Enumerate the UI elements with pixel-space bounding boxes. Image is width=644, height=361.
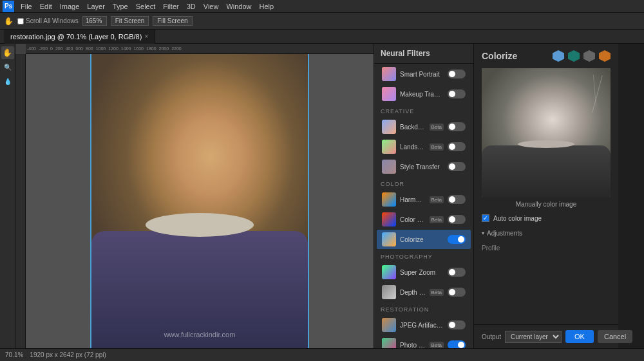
main-layout: ✋ 🔍 💧 -400 -200 0 200 400 600 800 1000 1… xyxy=(0,44,644,348)
scroll-all-windows-checkbox[interactable] xyxy=(17,18,24,24)
filter-name-smart-portrait: Smart Portrait xyxy=(400,71,444,78)
filter-toggle-colorize[interactable] xyxy=(448,235,466,244)
cancel-button[interactable]: Cancel xyxy=(598,330,632,343)
filter-item-super-zoom[interactable]: Super Zoom xyxy=(377,263,471,282)
filter-name-photo-restore: Photo Restorat... xyxy=(400,342,426,349)
menu-edit[interactable]: Edit xyxy=(36,3,56,10)
right-panel: Neural Filters Smart Portrait Makeup Tra… xyxy=(374,44,644,348)
filter-item-makeup-transfer[interactable]: Makeup Transfer xyxy=(377,84,471,104)
canvas-content[interactable]: www.fullcrackindir.com xyxy=(26,54,374,348)
swatch-gray[interactable] xyxy=(583,50,595,62)
adjustments-chevron-icon: ▾ xyxy=(482,230,484,236)
filter-toggle-color-transfer[interactable] xyxy=(448,215,466,224)
colorize-panel-title: Colorize xyxy=(482,51,517,61)
ruler-tick: 1000 xyxy=(95,46,108,51)
profile-row: Profile xyxy=(474,242,618,254)
menu-type[interactable]: Type xyxy=(109,3,132,10)
tab-close-button[interactable]: × xyxy=(144,30,148,44)
zoom-tool[interactable]: 🔍 xyxy=(1,60,14,73)
document-canvas[interactable]: www.fullcrackindir.com xyxy=(90,54,309,348)
menu-file[interactable]: File xyxy=(17,3,36,10)
filter-thumb-style-transfer xyxy=(382,160,396,174)
filter-toggle-super-zoom[interactable] xyxy=(448,268,466,277)
ruler-vertical xyxy=(15,54,26,348)
colorize-header: Colorize xyxy=(474,44,618,68)
ruler-tick: 200 xyxy=(54,46,64,51)
eyedropper-tool[interactable]: 💧 xyxy=(1,75,14,88)
filter-item-color-transfer[interactable]: Color Transfer Beta xyxy=(377,210,471,229)
filter-toggle-depth-blur[interactable] xyxy=(448,288,466,297)
menu-3d[interactable]: 3D xyxy=(183,3,200,10)
filter-item-photo-restore[interactable]: Photo Restorat... Beta xyxy=(377,335,471,348)
document-tab[interactable]: restoration.jpg @ 70.1% (Layer 0, RGB/8)… xyxy=(4,30,155,44)
filter-name-makeup-transfer: Makeup Transfer xyxy=(400,91,444,98)
ok-button[interactable]: OK xyxy=(565,330,594,343)
filter-toggle-smart-portrait[interactable] xyxy=(448,69,466,79)
menu-help[interactable]: Help xyxy=(256,3,278,10)
filter-toggle-photo-restore[interactable] xyxy=(448,340,466,348)
filter-thumb-makeup-transfer xyxy=(382,87,396,101)
filter-toggle-harmonization[interactable] xyxy=(448,195,466,204)
filter-toggle-jpeg-removal[interactable] xyxy=(448,320,466,329)
filter-toggle-style-transfer[interactable] xyxy=(448,162,466,171)
filter-name-landscape: Landscape Mi... xyxy=(400,143,426,151)
ruler-tick: 1600 xyxy=(132,46,145,51)
filter-item-smart-portrait[interactable]: Smart Portrait xyxy=(377,64,471,84)
filter-toggle-landscape[interactable] xyxy=(448,142,466,151)
neural-filters-title: Neural Filters xyxy=(374,44,473,64)
move-tool[interactable]: ✋ xyxy=(1,46,14,59)
menu-select[interactable]: Select xyxy=(132,3,160,10)
adjustments-header[interactable]: ▾ Adjustments xyxy=(482,230,611,237)
swatch-dark-teal[interactable] xyxy=(568,50,580,62)
filter-item-backdrop[interactable]: Backdrop Crea... Beta xyxy=(377,117,471,136)
adjustments-label: Adjustments xyxy=(487,230,522,237)
colorize-footer: Output Current layer OK Cancel xyxy=(474,324,618,348)
filter-thumb-super-zoom xyxy=(382,265,396,279)
filter-item-landscape[interactable]: Landscape Mi... Beta xyxy=(377,137,471,156)
canvas-area[interactable]: -400 -200 0 200 400 600 800 1000 1200 14… xyxy=(15,44,374,348)
tabbar: restoration.jpg @ 70.1% (Layer 0, RGB/8)… xyxy=(0,30,644,44)
zoom-input[interactable] xyxy=(82,16,107,26)
filter-toggle-backdrop[interactable] xyxy=(448,122,466,131)
filter-thumb-colorize xyxy=(382,232,396,246)
filter-item-harmonization[interactable]: Harmonization Beta xyxy=(377,190,471,209)
filter-name-harmonization: Harmonization xyxy=(400,196,426,203)
menubar: Ps File Edit Image Layer Type Select Fil… xyxy=(0,0,644,13)
filter-badge-landscape: Beta xyxy=(430,143,444,151)
filter-badge-color-transfer: Beta xyxy=(430,216,444,223)
ruler-tick: 2000 xyxy=(158,46,171,51)
ruler-horizontal: -400 -200 0 200 400 600 800 1000 1200 14… xyxy=(26,44,374,54)
scroll-all-windows-label: Scroll All Windows xyxy=(26,17,79,24)
fill-screen-button[interactable]: Fill Screen xyxy=(153,16,192,26)
swatch-orange[interactable] xyxy=(599,50,611,62)
filters-list[interactable]: Smart Portrait Makeup Transfer CREATIVE … xyxy=(374,64,473,348)
menu-window[interactable]: Window xyxy=(222,3,255,10)
adjustments-section: ▾ Adjustments xyxy=(474,225,618,242)
menu-image[interactable]: Image xyxy=(56,3,84,10)
filter-item-depth-blur[interactable]: Depth Blur Beta xyxy=(377,282,471,302)
section-label-creative: CREATIVE xyxy=(374,104,473,116)
colorize-detail-panel: Colorize xyxy=(473,44,618,348)
filter-toggle-makeup-transfer[interactable] xyxy=(448,89,466,98)
ruler-tick: -200 xyxy=(37,46,49,51)
section-label-photography: PHOTOGRAPHY xyxy=(374,250,473,262)
filter-thumb-depth-blur xyxy=(382,285,396,299)
options-toolbar: ✋ Scroll All Windows Fit Screen Fill Scr… xyxy=(0,13,644,30)
output-select[interactable]: Current layer xyxy=(505,331,562,343)
colorize-preview xyxy=(482,68,611,197)
ps-logo: Ps xyxy=(3,1,14,12)
menu-layer[interactable]: Layer xyxy=(83,3,109,10)
menu-filter[interactable]: Filter xyxy=(159,3,182,10)
auto-color-checkbox[interactable] xyxy=(482,214,489,222)
ruler-tick: -400 xyxy=(26,46,37,51)
ruler-tick: 1200 xyxy=(107,46,120,51)
swatch-teal[interactable] xyxy=(553,50,564,62)
tab-name: restoration.jpg @ 70.1% (Layer 0, RGB/8) xyxy=(10,30,142,44)
menu-view[interactable]: View xyxy=(200,3,223,10)
filter-thumb-jpeg-removal xyxy=(382,318,396,332)
filter-item-jpeg-removal[interactable]: JPEG Artifacts Removal xyxy=(377,315,471,335)
filter-item-colorize[interactable]: Colorize xyxy=(377,230,471,249)
fit-screen-button[interactable]: Fit Screen xyxy=(111,16,149,26)
filter-item-style-transfer[interactable]: Style Transfer xyxy=(377,157,471,176)
statusbar: 70.1% 1920 px x 2642 px (72 ppi) xyxy=(0,348,644,361)
